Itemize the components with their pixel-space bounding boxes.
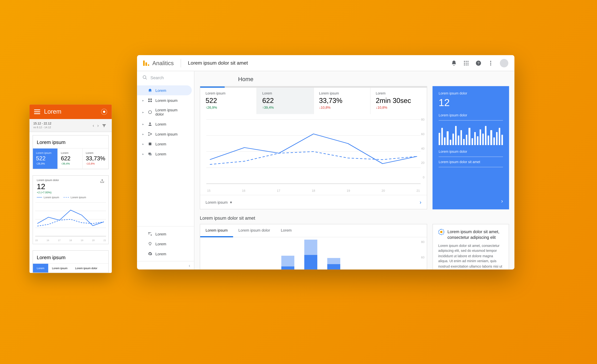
kpi-card-select[interactable]: Lorem ipsum ▾	[205, 200, 232, 204]
realtime-expand-button[interactable]: ›	[439, 198, 503, 204]
svg-rect-31	[149, 143, 151, 145]
more-vert-icon[interactable]	[487, 60, 494, 66]
square-icon	[148, 142, 152, 146]
mobile-metric-1[interactable]: Lorem 622 ↑39,4%	[58, 149, 83, 169]
help-icon[interactable]: ?	[475, 60, 482, 66]
sidebar-item-6[interactable]: ▸ Lorem	[137, 149, 192, 159]
realtime-section-text: Lorem ipsum dolor sit amet	[439, 160, 503, 164]
kpi-0[interactable]: Lorem ipsum 522 ↑26,9%	[200, 88, 257, 114]
mobile-tab-1[interactable]: Lorem ipsum	[48, 264, 71, 273]
main-chart-xaxis: 15161718192021	[200, 188, 427, 195]
svg-point-6	[464, 61, 465, 62]
histogram-tab-2[interactable]: Lorem	[275, 224, 297, 237]
kpi-strip	[200, 87, 427, 88]
stack-icon	[148, 151, 152, 156]
svg-point-18	[490, 63, 491, 63]
svg-point-19	[490, 64, 491, 65]
kpi-1[interactable]: Lorem 622 ↑39,4%	[257, 88, 314, 114]
sidebar-collapse-button[interactable]: ‹	[137, 261, 194, 269]
svg-point-26	[149, 111, 151, 114]
kpi-3[interactable]: Lorem 2min 30sec ↓10,8%	[370, 88, 427, 114]
mobile-date-bar: 15.12 - 22.12 vs 8.12 - 14.12 ‹ ›	[30, 119, 112, 132]
mobile-chart-value: 12	[37, 182, 100, 191]
mobile-tab-0[interactable]: Lorem	[33, 264, 48, 273]
mobile-chart-card: Lorem ipsum dolor 12 +2 (+7.00%) Lorem i…	[32, 175, 109, 244]
nav-label: Lorem	[155, 242, 166, 246]
svg-rect-22	[148, 99, 149, 100]
legend-item-dash: Lorem ipsum	[64, 196, 86, 199]
nav-label: Lorem ipsum	[155, 132, 178, 136]
sidebar-bottom-item-2[interactable]: Lorem	[137, 249, 192, 259]
svg-rect-25	[150, 101, 152, 102]
header-subtitle: Lorem ipsum dolor sit amet	[188, 60, 451, 66]
kpi-card-footer: Lorem ipsum ▾ ›	[200, 195, 427, 209]
page-title: Home	[238, 76, 509, 82]
insight-icon	[438, 229, 444, 235]
circle-icon	[148, 110, 152, 114]
svg-point-13	[466, 64, 467, 65]
person-icon	[148, 122, 152, 126]
filter-icon[interactable]	[100, 123, 108, 127]
svg-point-28	[148, 132, 149, 133]
histogram-bar-1	[304, 240, 317, 269]
main-line-chart	[206, 117, 421, 186]
sidebar-item-3[interactable]: ▸ Lorem	[137, 119, 192, 129]
svg-point-7	[466, 61, 467, 62]
svg-point-12	[464, 64, 465, 65]
legend-swatch-dash-icon	[64, 197, 69, 198]
svg-point-30	[151, 134, 152, 134]
apps-grid-icon[interactable]	[463, 60, 469, 66]
realtime-value: 12	[439, 97, 503, 109]
svg-rect-23	[150, 99, 152, 100]
realtime-label: Lorem ipsum dolor	[439, 91, 503, 95]
svg-point-11	[467, 63, 468, 63]
main-content: Home Lorem ipsum 522 ↑26,9%Lorem 622 ↑39…	[194, 71, 514, 269]
svg-point-27	[149, 123, 151, 124]
histogram-bar-2	[327, 258, 340, 269]
sidebar-bottom-item-0[interactable]: Lorem	[137, 229, 192, 239]
target-icon[interactable]	[101, 109, 107, 115]
desktop-header: Analitics Lorem ipsum dolor sit amet ?	[137, 55, 514, 71]
sidebar-item-4[interactable]: ▸ Lorem ipsum	[137, 129, 192, 139]
sidebar-search[interactable]: Search	[137, 71, 194, 84]
sidebar-bottom-item-1[interactable]: Lorem	[137, 239, 192, 249]
sidebar-item-1[interactable]: ▸ Lorem ipsum	[137, 95, 192, 105]
date-range[interactable]: 15.12 - 22.12 vs 8.12 - 14.12	[33, 121, 91, 129]
insight-body: Lorem ipsum dolor sit amet, consectetur …	[438, 243, 503, 269]
realtime-spark-label: Lorem ipsum dolor	[439, 113, 503, 117]
kpi-2[interactable]: Lorem ipsum 33,73% ↓10,8%	[314, 88, 370, 114]
kpi-row: Lorem ipsum 522 ↑26,9%Lorem 622 ↑39,4%Lo…	[200, 88, 427, 114]
prev-period-button[interactable]: ‹	[91, 123, 96, 128]
bell-icon[interactable]	[451, 60, 457, 66]
date-range-compare: vs 8.12 - 14.12	[33, 126, 91, 129]
share-icon[interactable]	[100, 179, 104, 183]
mobile-metric-0[interactable]: Lorem ipsum 522 ↑26,9%	[33, 149, 58, 169]
mobile-mockup: Lorem 15.12 - 22.12 vs 8.12 - 14.12 ‹ › …	[30, 104, 112, 273]
mobile-appbar: Lorem	[30, 104, 112, 119]
mobile-tab-2[interactable]: Lorem ipsum dolor	[71, 264, 101, 273]
search-placeholder: Search	[150, 75, 164, 80]
sidebar-item-0[interactable]: Lorem	[137, 85, 192, 95]
main-chart-wrap: 806040200	[200, 114, 427, 188]
mobile-metric-2[interactable]: Lorem 33,73% ↑10,8%	[83, 149, 108, 169]
mobile-app-title: Lorem	[44, 108, 101, 115]
mobile-line-chart	[33, 200, 108, 238]
hamburger-icon[interactable]	[34, 109, 40, 114]
sidebar-item-2[interactable]: ▸ Lorem ipsum dolor	[137, 105, 192, 119]
dropdown-icon: ▾	[230, 200, 232, 204]
kpi-card-expand-button[interactable]: ›	[420, 199, 421, 205]
histogram-tab-1[interactable]: Lorem ipsum dolor	[233, 224, 275, 237]
svg-point-20	[143, 76, 146, 79]
avatar[interactable]	[500, 59, 508, 67]
histogram-tabs: Lorem ipsumLorem ipsum dolorLorem	[200, 224, 427, 237]
histogram-tab-0[interactable]: Lorem ipsum	[200, 224, 233, 237]
date-range-main: 15.12 - 22.12	[33, 121, 91, 126]
sidebar-item-5[interactable]: ▸ Lorem	[137, 139, 192, 149]
mobile-metrics-title: Lorem ipsum	[33, 135, 108, 148]
sidebar-nav-bottom: Lorem Lorem Lorem	[137, 226, 194, 261]
svg-rect-33	[149, 153, 151, 155]
mobile-metrics-card: Lorem ipsum Lorem ipsum 522 ↑26,9%Lorem …	[32, 135, 109, 169]
next-period-button[interactable]: ›	[96, 123, 100, 128]
legend-item-solid: Lorem ipsum	[37, 196, 59, 199]
histogram-yaxis: 806040	[421, 240, 424, 269]
